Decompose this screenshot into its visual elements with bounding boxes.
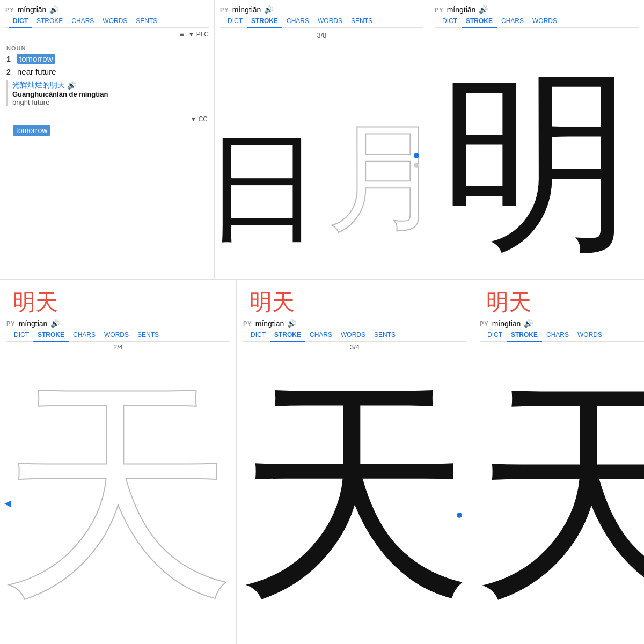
tab-chars-b1[interactable]: CHARS: [69, 329, 100, 342]
tab-words-b3[interactable]: WORDS: [573, 329, 606, 342]
noun-label: NOUN: [6, 45, 208, 52]
pinyin-label: PY: [5, 6, 14, 13]
dict-panel: PY míngtiān 🔊 DICT STROKE CHARS WORDS SE…: [0, 0, 215, 279]
tab-stroke-b3[interactable]: STROKE: [507, 329, 542, 342]
bottom-panel-3: 明天 PY míngtiān 🔊 DICT STROKE CHARS WORDS…: [473, 279, 644, 644]
tab-dict-3[interactable]: DICT: [438, 15, 462, 28]
tab-stroke-2[interactable]: STROKE: [247, 15, 282, 28]
plc-button[interactable]: ▼ PLC: [188, 31, 209, 38]
tab-words[interactable]: WORDS: [98, 15, 131, 28]
mingtian-title-1: 明天: [6, 283, 230, 317]
bottom-panel-1: 明天 PY míngtiān 🔊 DICT STROKE CHARS WORDS…: [0, 279, 237, 644]
char-ming-solid: 明: [440, 34, 633, 279]
audio-icon-b2[interactable]: 🔊: [287, 319, 296, 328]
pinyin-label-3: PY: [435, 6, 444, 13]
tab-sents[interactable]: SENTS: [131, 15, 162, 28]
def-num-2: 2: [6, 68, 14, 76]
mingtian-title-2: 明天: [243, 283, 466, 317]
dot-1: [414, 153, 419, 158]
tab-dict-b3[interactable]: DICT: [483, 329, 507, 342]
tab-sents-b1[interactable]: SENTS: [133, 329, 163, 342]
def-text-2: near future: [17, 67, 56, 76]
pinyin-label-b3: PY: [480, 320, 489, 327]
def-text-1: tomorrow: [17, 54, 55, 64]
char-tian-outline-1: 天: [0, 352, 236, 644]
tab-words-2[interactable]: WORDS: [313, 15, 347, 28]
bottom-panel-2: 明天 PY míngtiān 🔊 DICT STROKE CHARS WORDS…: [237, 279, 473, 644]
def-num-1: 1: [6, 55, 14, 63]
tab-chars-3[interactable]: CHARS: [497, 15, 528, 28]
tab-dict-b2[interactable]: DICT: [246, 329, 270, 342]
tab-words-3[interactable]: WORDS: [528, 15, 561, 28]
counter-b1: 2/4: [6, 342, 230, 352]
pinyin-label-b2: PY: [243, 320, 252, 327]
tab-chars-2[interactable]: CHARS: [282, 15, 313, 28]
audio-icon-b3[interactable]: 🔊: [524, 319, 533, 328]
pinyin-text-2: míngtiān: [232, 5, 261, 14]
filter-icon[interactable]: ≡: [179, 30, 184, 39]
example-english: bright future: [12, 98, 208, 106]
pinyin-text: míngtiān: [18, 5, 47, 14]
char-outline-yue: 月: [327, 98, 429, 258]
char-solid-ri: 日: [215, 109, 322, 268]
audio-icon-b1[interactable]: 🔊: [50, 319, 60, 328]
dot-b2-1: [457, 513, 462, 518]
tab-stroke[interactable]: STROKE: [32, 15, 67, 28]
dot-indicators-b2: [457, 513, 462, 518]
tab-dict-2[interactable]: DICT: [223, 15, 247, 28]
char-tian-solid-3: 天: [473, 353, 644, 644]
tab-sents-2[interactable]: SENTS: [347, 15, 377, 28]
audio-icon-2[interactable]: 🔊: [264, 5, 273, 14]
counter-b2: 3/4: [243, 342, 466, 352]
pinyin-text-b2: míngtiān: [255, 319, 284, 328]
divider: [6, 111, 208, 111]
dot-indicators: [414, 153, 419, 168]
tab-stroke-3[interactable]: STROKE: [462, 15, 497, 28]
pinyin-text-b3: míngtiān: [492, 319, 521, 328]
tab-stroke-b2[interactable]: STROKE: [270, 329, 305, 342]
example-block: 光辉灿烂的明天 🔊 Guānghuīcànlàn de míngtiān bri…: [6, 80, 208, 106]
audio-icon[interactable]: 🔊: [49, 5, 58, 14]
tab-sents-b2[interactable]: SENTS: [370, 329, 400, 342]
stroke-panel-2: PY míngtiān 🔊 DICT STROKE CHARS WORDS 明: [429, 0, 644, 279]
audio-icon-3[interactable]: 🔊: [479, 5, 488, 14]
example-audio-icon[interactable]: 🔊: [67, 81, 76, 90]
stroke-panel-1: PY míngtiān 🔊 DICT STROKE CHARS WORDS SE…: [215, 0, 429, 279]
char-tian-solid-2: 天: [237, 352, 473, 644]
pinyin-label-2: PY: [220, 6, 229, 13]
tab-chars-b3[interactable]: CHARS: [542, 329, 573, 342]
example-chinese: 光辉灿烂的明天: [12, 80, 65, 90]
definition-2: 2 near future: [6, 67, 208, 76]
tab-dict[interactable]: DICT: [9, 15, 32, 28]
tab-chars-b2[interactable]: CHARS: [305, 329, 336, 342]
example-pinyin: Guānghuīcànlàn de míngtiān: [12, 90, 208, 98]
tomorrow-badge: tomorrow: [13, 125, 50, 136]
pinyin-text-3: míngtiān: [447, 5, 476, 14]
left-indicator: ◀: [4, 498, 11, 508]
dot-2: [414, 163, 419, 168]
tab-words-b1[interactable]: WORDS: [100, 329, 133, 342]
stroke-counter-1: 3/8: [317, 29, 326, 41]
cc-button[interactable]: ▼ CC: [190, 115, 208, 123]
pinyin-text-b1: míngtiān: [19, 319, 48, 328]
mingtian-title-3: 明天: [480, 283, 644, 317]
tab-dict-b1[interactable]: DICT: [10, 329, 33, 342]
tab-chars[interactable]: CHARS: [67, 15, 98, 28]
pinyin-label-b1: PY: [6, 320, 16, 327]
definition-1: 1 tomorrow: [6, 54, 208, 64]
tab-words-b2[interactable]: WORDS: [336, 329, 370, 342]
tab-stroke-b1[interactable]: STROKE: [33, 329, 69, 342]
